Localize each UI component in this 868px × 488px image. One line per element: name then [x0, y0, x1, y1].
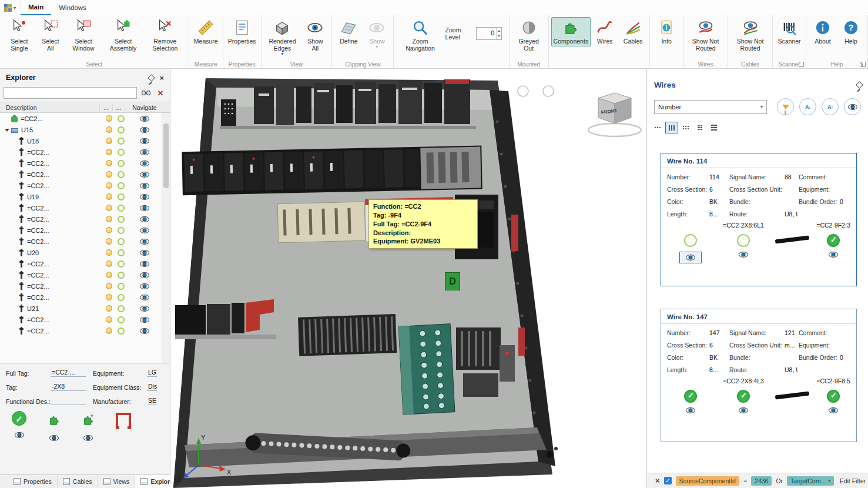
close-filter-icon[interactable]: × — [655, 477, 660, 484]
clear-search-icon[interactable]: ✕ — [155, 89, 166, 97]
tab-views[interactable]: Views — [98, 475, 136, 488]
tree-scrollbar[interactable] — [162, 113, 170, 363]
status-circle-icon[interactable] — [118, 160, 125, 167]
status-circle-icon[interactable] — [118, 227, 125, 234]
status-circle-icon[interactable] — [118, 205, 125, 212]
help-button[interactable]: ? Help — [837, 17, 865, 46]
navigation-cube[interactable]: FRONT — [588, 93, 641, 136]
spin-down-icon[interactable]: ▾ — [497, 33, 501, 38]
tree-row[interactable]: =CC2... — [0, 202, 170, 213]
sort-descending-button[interactable]: A↑ — [822, 98, 839, 115]
column-description[interactable]: Description — [0, 104, 99, 111]
components-button[interactable]: Components — [551, 17, 591, 46]
tab-properties[interactable]: Properties — [8, 475, 58, 488]
status-circle-icon[interactable] — [118, 316, 125, 323]
remove-selection-button[interactable]: Remove Selection — [144, 17, 186, 54]
status-circle-icon[interactable] — [118, 283, 125, 290]
bulb-icon[interactable] — [106, 182, 112, 189]
eye-icon[interactable] — [83, 435, 93, 441]
eye-icon[interactable] — [140, 317, 149, 323]
bulb-icon[interactable] — [106, 283, 112, 289]
status-circle-icon[interactable] — [118, 294, 125, 301]
tree-row[interactable]: U21 — [0, 303, 170, 314]
close-icon[interactable]: × — [159, 74, 164, 82]
eye-icon[interactable] — [140, 116, 149, 122]
bulb-icon[interactable] — [106, 149, 112, 155]
collapse-ribbon-icon[interactable]: ∧ — [860, 62, 864, 68]
bulb-icon[interactable] — [106, 227, 112, 233]
tree-row[interactable]: =CC2... — [0, 113, 170, 124]
bulb-icon[interactable] — [106, 115, 112, 122]
show-clipping-button[interactable]: Show ▾ — [363, 17, 391, 51]
zoom-level-spinner[interactable]: 0 ▴ ▾ — [476, 27, 501, 40]
view-mode-bars-button[interactable] — [665, 122, 678, 133]
status-circle-icon[interactable] — [118, 238, 125, 245]
select-assembly-button[interactable]: Select Assembly — [102, 17, 144, 54]
wire-card-114[interactable]: Wire No. 114 Number: 114 Signal Name: 88… — [661, 153, 857, 286]
pin-icon[interactable] — [856, 81, 863, 89]
connector-bracket-icon[interactable] — [116, 413, 131, 428]
find-button[interactable] — [140, 88, 152, 98]
select-single-button[interactable]: Select Single — [2, 17, 36, 54]
spin-up-icon[interactable]: ▴ — [497, 28, 501, 33]
define-clipping-button[interactable]: Define — [334, 17, 363, 46]
eye-icon[interactable] — [140, 328, 149, 334]
explorer-search-input[interactable] — [4, 87, 137, 99]
tree-row[interactable]: U19 — [0, 191, 170, 202]
rendered-edges-button[interactable]: Rendered Edges ▾ — [264, 17, 301, 58]
chevron-expanded-icon[interactable] — [4, 126, 11, 133]
bulb-icon[interactable] — [106, 138, 112, 144]
filter-conjunction[interactable]: Or — [776, 477, 783, 484]
tree-row[interactable]: =CC2... — [0, 180, 170, 191]
filter-target-chip[interactable]: TargetCom... ▾ — [787, 476, 834, 486]
info-button[interactable]: Info — [652, 17, 681, 46]
tree-row[interactable]: =CC2... — [0, 236, 170, 247]
filter-field-chip[interactable]: SourceComponentId — [676, 476, 739, 486]
bulb-icon[interactable] — [106, 171, 112, 178]
column-dots-1[interactable]: ... — [99, 104, 112, 111]
filter-operator[interactable]: = — [743, 477, 747, 484]
bulb-icon[interactable] — [106, 126, 112, 133]
select-window-button[interactable]: Select Window — [65, 17, 102, 54]
show-not-routed-wires-button[interactable]: Show Not Routed — [686, 17, 725, 54]
tree-row[interactable]: =CC2... — [0, 314, 170, 325]
eye-icon[interactable] — [15, 432, 24, 438]
eye-icon[interactable] — [140, 194, 149, 200]
column-navigate[interactable]: Navigate — [125, 104, 162, 111]
eye-icon[interactable] — [140, 149, 149, 155]
app-menu-button[interactable]: ▾ — [0, 0, 21, 15]
status-circle-icon[interactable] — [118, 171, 125, 178]
filter-value-chip[interactable]: 2436 — [751, 476, 772, 486]
eye-icon[interactable] — [140, 183, 149, 189]
measure-button[interactable]: Measure — [192, 17, 220, 46]
component-icon[interactable] — [48, 413, 61, 429]
show-all-button[interactable]: Show All — [301, 17, 329, 54]
eye-icon[interactable] — [140, 306, 149, 312]
status-circle-icon[interactable] — [118, 305, 125, 312]
eye-icon[interactable] — [140, 295, 149, 300]
tree-row[interactable]: U15 — [0, 124, 170, 135]
visible-check-icon[interactable]: ✓ — [12, 411, 26, 426]
status-circle-icon[interactable] — [118, 182, 125, 189]
status-circle-icon[interactable] — [118, 138, 125, 145]
column-dots-2[interactable]: ... — [112, 104, 125, 111]
bulb-icon[interactable] — [106, 272, 112, 278]
eye-icon[interactable] — [140, 283, 149, 289]
status-circle-icon[interactable] — [118, 216, 125, 223]
tree-row[interactable]: =CC2... — [0, 213, 170, 225]
eye-icon[interactable] — [829, 407, 838, 413]
bulb-icon[interactable] — [106, 249, 112, 256]
wires-button[interactable]: Wires — [591, 17, 619, 46]
wire-card-147[interactable]: Wire No. 147 Number: 147 Signal Name: 12… — [661, 309, 857, 442]
greyed-out-button[interactable]: Greyed Out — [512, 17, 546, 54]
status-circle-icon[interactable] — [118, 126, 125, 133]
status-circle-icon[interactable] — [118, 272, 125, 279]
selected-component-marker[interactable]: D — [445, 272, 460, 290]
eye-icon[interactable] — [49, 435, 59, 441]
eye-icon[interactable] — [140, 228, 149, 233]
eye-icon[interactable] — [140, 205, 149, 211]
eye-icon[interactable] — [140, 161, 149, 166]
scanner-button[interactable]: Scanner — [775, 17, 803, 46]
view-mode-list-button[interactable] — [708, 122, 720, 133]
tab-main[interactable]: Main — [21, 0, 51, 15]
